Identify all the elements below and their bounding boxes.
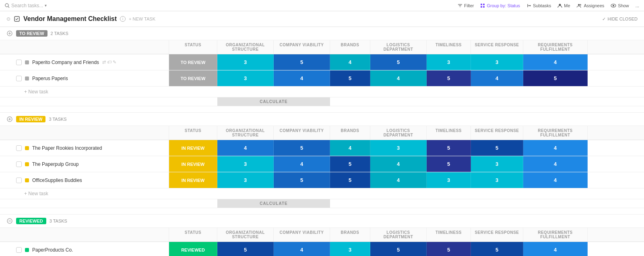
status-cell[interactable]: REVIEWED (169, 242, 217, 256)
status-cell[interactable]: TO REVIEW (169, 54, 217, 70)
svg-point-11 (530, 5, 531, 6)
score-cell[interactable]: 4 (274, 242, 330, 256)
task-cell[interactable]: PaperProducts Co. (0, 242, 169, 256)
group-by-button[interactable]: Group by: Status (480, 3, 520, 8)
task-checkbox[interactable] (16, 178, 22, 183)
assignees-icon (577, 3, 582, 8)
score-cell[interactable]: 4 (217, 140, 274, 156)
score-cell[interactable]: 3 (427, 172, 471, 188)
score-cell[interactable]: 3 (217, 172, 274, 188)
score-cell[interactable]: 5 (523, 70, 588, 86)
score-cell[interactable]: 3 (471, 172, 523, 188)
filter-label: Filter (464, 3, 474, 8)
group-toggle-reviewed[interactable] (6, 218, 13, 224)
group-by-label: Group by: Status (487, 3, 520, 8)
collapse-toggle[interactable]: ⊙ (6, 16, 10, 22)
col-header-0 (0, 40, 169, 54)
score-cell[interactable]: 4 (330, 54, 370, 70)
score-cell[interactable]: 5 (274, 140, 330, 156)
checkmark-icon: ✓ (602, 17, 606, 22)
more-label: ... (636, 3, 639, 8)
score-cell[interactable]: 5 (274, 172, 330, 188)
score-cell[interactable]: 4 (274, 156, 330, 172)
score-cell[interactable]: 3 (217, 54, 274, 70)
score-cell[interactable]: 4 (523, 140, 588, 156)
calculate-button[interactable]: CALCULATE (217, 199, 330, 208)
score-cell[interactable]: 4 (523, 54, 588, 70)
score-cell[interactable]: 4 (274, 70, 330, 86)
task-checkbox[interactable] (16, 247, 22, 253)
score-cell[interactable]: 5 (370, 242, 427, 256)
info-icon[interactable]: i (120, 16, 126, 22)
search-placeholder: Search tasks... (11, 3, 43, 8)
score-cell[interactable]: 5 (427, 140, 471, 156)
new-task-header-button[interactable]: + NEW TASK (129, 17, 155, 21)
score-cell[interactable]: 5 (330, 156, 370, 172)
score-cell[interactable]: 4 (370, 70, 427, 86)
score-cell[interactable]: 4 (523, 172, 588, 188)
task-checkbox[interactable] (16, 60, 22, 65)
table-row: Paperus Paperis TO REVIEW3454545 (0, 70, 644, 87)
score-cell[interactable]: 3 (370, 140, 427, 156)
task-cell[interactable]: OfficeSupplies Buddies (0, 172, 169, 188)
score-cell[interactable]: 4 (523, 156, 588, 172)
task-checkbox[interactable] (16, 161, 22, 167)
score-cell[interactable]: 5 (370, 54, 427, 70)
score-cell[interactable]: 3 (217, 156, 274, 172)
col-header-3: COMPANY VIABILITY (274, 40, 330, 54)
score-cell[interactable]: 4 (330, 140, 370, 156)
new-task-row-in-review[interactable]: + New task (0, 188, 644, 199)
score-cell[interactable]: 4 (370, 156, 427, 172)
score-cell[interactable]: 5 (330, 172, 370, 188)
col-headers-in-review: STATUSORGANIZATIONAL STRUCTURECOMPANY VI… (0, 126, 644, 140)
calculate-button[interactable]: CALCULATE (217, 97, 330, 106)
calc-empty (0, 199, 169, 208)
score-cell[interactable]: 5 (427, 156, 471, 172)
task-name: The Paper Rookies Incorporated (32, 145, 102, 151)
score-cell[interactable]: 5 (471, 140, 523, 156)
score-cell[interactable]: 5 (471, 242, 523, 256)
col-header-8: REQUIREMENTS FULFILLMENT (523, 228, 588, 242)
score-cell[interactable]: 4 (370, 172, 427, 188)
me-button[interactable]: Me (557, 3, 570, 8)
show-button[interactable]: Show (611, 3, 629, 8)
score-cell[interactable]: 3 (217, 70, 274, 86)
score-cell[interactable]: 5 (427, 242, 471, 256)
status-cell[interactable]: IN REVIEW (169, 172, 217, 188)
task-cell[interactable]: Paperito Company and Friends ⇄ 🏷 ✎ (0, 54, 169, 70)
new-task-row-to-review[interactable]: + New task (0, 87, 644, 97)
task-cell[interactable]: The Paper Rookies Incorporated (0, 140, 169, 156)
filter-button[interactable]: Filter (458, 3, 474, 8)
task-cell[interactable]: The Paperpulp Group (0, 156, 169, 172)
score-cell[interactable]: 4 (523, 242, 588, 256)
svg-rect-5 (481, 4, 482, 5)
score-cell[interactable]: 3 (471, 54, 523, 70)
calc-empty-2 (169, 97, 217, 106)
group-toggle-in-review[interactable] (6, 116, 13, 122)
task-checkbox[interactable] (16, 145, 22, 151)
subtasks-button[interactable]: Subtasks (526, 3, 551, 8)
status-cell[interactable]: IN REVIEW (169, 140, 217, 156)
col-header-8: REQUIREMENTS FULFILLMENT (523, 126, 588, 140)
score-cell[interactable]: 5 (274, 54, 330, 70)
group-toggle-to-review[interactable] (6, 30, 13, 37)
col-header-2: ORGANIZATIONAL STRUCTURE (217, 126, 274, 140)
main-content: TO REVIEW 2 TASKS STATUSORGANIZATIONAL S… (0, 27, 644, 256)
score-cell[interactable]: 3 (330, 242, 370, 256)
score-cell[interactable]: 3 (427, 54, 471, 70)
search-dropdown-arrow[interactable]: ▾ (45, 3, 47, 8)
score-cell[interactable]: 5 (330, 70, 370, 86)
hide-closed-button[interactable]: ✓ HIDE CLOSED (602, 17, 638, 22)
task-checkbox[interactable] (16, 76, 22, 81)
score-cell[interactable]: 4 (471, 70, 523, 86)
score-cell[interactable]: 3 (471, 156, 523, 172)
score-cell[interactable]: 5 (427, 70, 471, 86)
assignees-button[interactable]: Assignees (577, 3, 605, 8)
status-cell[interactable]: IN REVIEW (169, 156, 217, 172)
status-cell[interactable]: TO REVIEW (169, 70, 217, 86)
score-cell[interactable]: 5 (217, 242, 274, 256)
more-button[interactable]: ... (636, 3, 639, 8)
task-cell[interactable]: Paperus Paperis (0, 70, 169, 86)
search-box[interactable]: Search tasks... ▾ (5, 3, 47, 8)
group-task-count-to-review: 2 TASKS (51, 31, 68, 36)
